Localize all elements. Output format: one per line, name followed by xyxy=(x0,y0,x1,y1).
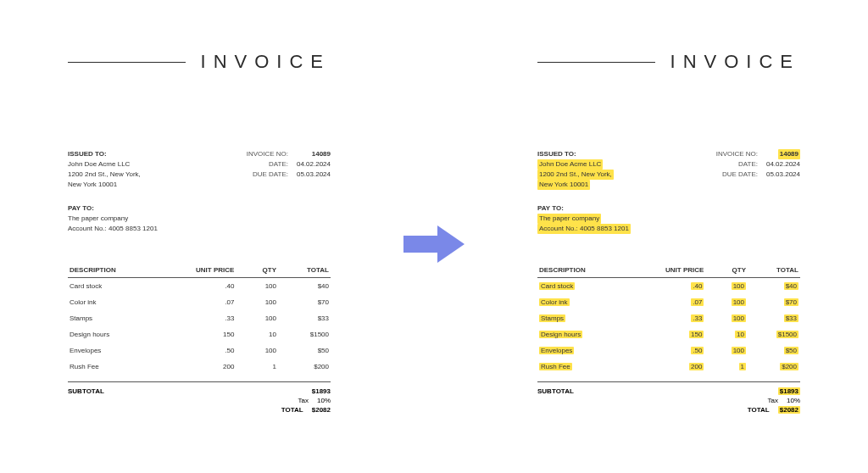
cell-unit: .50 xyxy=(183,342,236,359)
total-label: TOTAL xyxy=(748,406,770,414)
cell-unit: .50 xyxy=(653,342,705,359)
subtotal-label: SUBTOTAL xyxy=(537,387,574,395)
cell-qty: 100 xyxy=(236,278,278,295)
table-row: Stamps.33100$33 xyxy=(68,310,331,326)
cell-qty: 100 xyxy=(236,342,278,359)
cell-unit: .07 xyxy=(653,294,705,310)
th-unit: UNIT PRICE xyxy=(183,263,236,278)
cell-desc: Card stock xyxy=(68,278,183,295)
cell-qty: 100 xyxy=(705,310,748,326)
th-unit: UNIT PRICE xyxy=(653,263,705,278)
cell-desc: Rush Fee xyxy=(68,359,183,375)
cell-total: $40 xyxy=(278,278,331,295)
table-row: Design hours15010$1500 xyxy=(537,326,800,342)
cell-desc: Color ink xyxy=(68,294,183,310)
cell-total: $33 xyxy=(278,310,331,326)
cell-total: $200 xyxy=(748,359,800,375)
arrow-right-icon xyxy=(400,220,468,268)
table-row: Envelopes.50100$50 xyxy=(537,342,800,359)
issued-to-name: John Doe Acme LLC xyxy=(68,159,141,170)
invoice-no-label: INVOICE NO: xyxy=(716,149,758,159)
table-row: Rush Fee2001$200 xyxy=(537,359,800,375)
date-value: 04.02.2024 xyxy=(763,159,800,170)
table-row: Rush Fee2001$200 xyxy=(68,359,331,375)
cell-total: $50 xyxy=(278,342,331,359)
table-row: Card stock.40100$40 xyxy=(537,278,800,295)
pay-to-block: PAY TO: The paper company Account No.: 4… xyxy=(68,203,331,234)
issued-to-addr1: 1200 2nd St., New York, xyxy=(68,170,141,180)
cell-total: $70 xyxy=(748,294,800,310)
cell-desc: Card stock xyxy=(537,278,653,295)
pay-to-acct: Account No.: 4005 8853 1201 xyxy=(537,224,631,234)
cell-unit: 200 xyxy=(653,359,705,375)
title-rule xyxy=(537,62,655,63)
cell-qty: 100 xyxy=(705,278,748,295)
table-row: Envelopes.50100$50 xyxy=(68,342,331,359)
pay-to-name: The paper company xyxy=(537,214,601,224)
cell-qty: 1 xyxy=(236,359,278,375)
line-items-table: DESCRIPTION UNIT PRICE QTY TOTAL Card st… xyxy=(537,263,800,375)
issued-to-name: John Doe Acme LLC xyxy=(537,159,603,170)
subtotal-block: SUBTOTAL $1893 Tax 10% TOTAL $2082 xyxy=(68,381,331,414)
due-date-label: DUE DATE: xyxy=(248,170,288,180)
cell-qty: 10 xyxy=(236,326,278,342)
cell-unit: .40 xyxy=(653,278,705,295)
table-row: Stamps.33100$33 xyxy=(537,310,800,326)
invoice-before: INVOICE ISSUED TO: John Doe Acme LLC 120… xyxy=(34,0,364,473)
invoice-meta: INVOICE NO:14089 DATE:04.02.2024 DUE DAT… xyxy=(716,149,800,190)
issued-to-label: ISSUED TO: xyxy=(537,149,614,159)
date-label: DATE: xyxy=(717,159,758,170)
subtotal-value: $1893 xyxy=(778,387,800,395)
cell-total: $1500 xyxy=(748,326,800,342)
cell-total: $33 xyxy=(748,310,800,326)
cell-unit: .07 xyxy=(183,294,236,310)
subtotal-value: $1893 xyxy=(312,387,331,395)
cell-total: $40 xyxy=(748,278,800,295)
cell-qty: 100 xyxy=(705,294,748,310)
cell-desc: Stamps xyxy=(537,310,653,326)
date-label: DATE: xyxy=(248,159,288,170)
th-desc: DESCRIPTION xyxy=(537,263,653,278)
table-row: Color ink.07100$70 xyxy=(68,294,331,310)
cell-unit: .40 xyxy=(183,278,236,295)
pay-to-block: PAY TO: The paper company Account No.: 4… xyxy=(537,203,800,234)
cell-qty: 10 xyxy=(705,326,748,342)
th-total: TOTAL xyxy=(748,263,800,278)
issued-to-addr2: New York 10001 xyxy=(68,180,141,190)
pay-to-label: PAY TO: xyxy=(537,203,800,214)
pay-to-name: The paper company xyxy=(68,214,331,224)
cell-desc: Stamps xyxy=(68,310,183,326)
issued-to-addr2: New York 10001 xyxy=(537,180,590,190)
cell-qty: 100 xyxy=(705,342,748,359)
tax-value: 10% xyxy=(787,397,800,404)
issued-to-block: ISSUED TO: John Doe Acme LLC 1200 2nd St… xyxy=(68,149,141,190)
cell-unit: 200 xyxy=(183,359,236,375)
table-row: Card stock.40100$40 xyxy=(68,278,331,295)
cell-unit: .33 xyxy=(183,310,236,326)
issued-to-addr1: 1200 2nd St., New York, xyxy=(537,170,614,180)
date-value: 04.02.2024 xyxy=(293,159,331,170)
issued-to-label: ISSUED TO: xyxy=(68,149,141,159)
table-row: Design hours15010$1500 xyxy=(68,326,331,342)
cell-qty: 100 xyxy=(236,294,278,310)
due-date-value: 05.03.2024 xyxy=(293,170,331,180)
cell-desc: Design hours xyxy=(537,326,653,342)
invoice-no-label: INVOICE NO: xyxy=(247,149,288,159)
th-qty: QTY xyxy=(236,263,278,278)
title-row: INVOICE xyxy=(68,51,331,73)
total-value: $2082 xyxy=(312,406,331,414)
th-qty: QTY xyxy=(705,263,748,278)
cell-qty: 1 xyxy=(705,359,748,375)
cell-qty: 100 xyxy=(236,310,278,326)
cell-unit: 150 xyxy=(653,326,705,342)
info-row: ISSUED TO: John Doe Acme LLC 1200 2nd St… xyxy=(68,149,331,190)
tax-label: Tax xyxy=(768,397,778,404)
invoice-meta: INVOICE NO:14089 DATE:04.02.2024 DUE DAT… xyxy=(247,149,331,190)
table-header-row: DESCRIPTION UNIT PRICE QTY TOTAL xyxy=(537,263,800,278)
cell-desc: Design hours xyxy=(68,326,183,342)
pay-to-acct: Account No.: 4005 8853 1201 xyxy=(68,224,331,234)
cell-desc: Color ink xyxy=(537,294,653,310)
title-row: INVOICE xyxy=(537,51,800,73)
total-value: $2082 xyxy=(778,406,800,414)
total-label: TOTAL xyxy=(281,406,303,414)
